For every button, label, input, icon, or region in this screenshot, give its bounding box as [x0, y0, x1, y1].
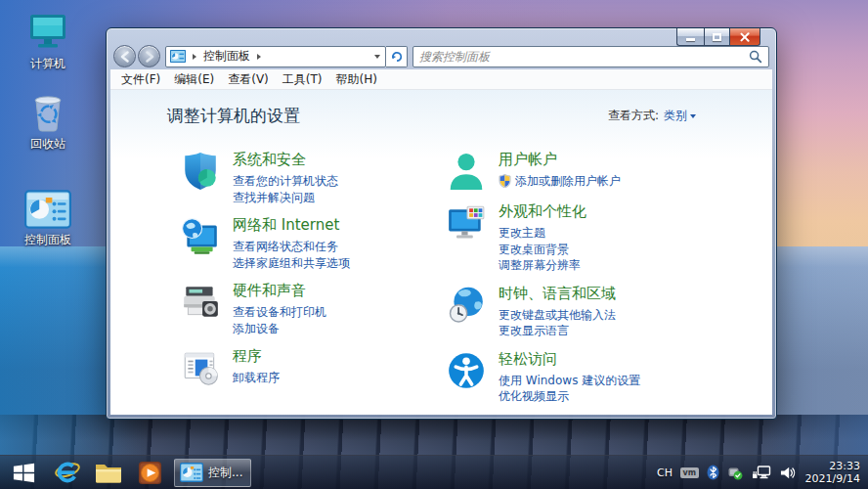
category-network-internet: 网络和 Internet 查看网络状态和任务 选择家庭组和共享选项 — [180, 216, 446, 271]
forward-button[interactable] — [138, 45, 160, 67]
view-by-dropdown[interactable]: 类别 — [664, 108, 696, 124]
tray-time: 23:33 — [805, 460, 860, 473]
network-icon[interactable] — [751, 465, 771, 481]
folder-icon — [94, 461, 123, 485]
desktop-icon-label: 控制面板 — [6, 232, 90, 248]
category-link[interactable]: 优化视频显示 — [499, 388, 640, 405]
control-panel-mini-icon — [180, 463, 203, 482]
chevron-down-icon — [690, 114, 696, 118]
address-bar[interactable]: 控制面板 — [165, 46, 386, 67]
computer-icon — [6, 8, 90, 53]
category-link[interactable]: 更改键盘或其他输入法 — [499, 307, 616, 324]
search-input[interactable] — [419, 50, 749, 64]
category-title[interactable]: 时钟、语言和区域 — [499, 285, 616, 303]
recycle-bin-icon — [6, 88, 90, 133]
system-tray: CH vm — [657, 460, 868, 486]
network-globe-icon[interactable] — [180, 216, 221, 257]
category-link[interactable]: 调整屏幕分辨率 — [499, 257, 586, 274]
control-panel-window: 控制面板 文件(F) — [106, 27, 777, 420]
media-player-icon — [137, 460, 163, 486]
address-dropdown-button[interactable] — [369, 55, 385, 59]
chevron-down-icon — [374, 55, 380, 59]
category-link[interactable]: 添加设备 — [233, 321, 326, 337]
shield-icon[interactable] — [180, 151, 221, 192]
category-title[interactable]: 外观和个性化 — [499, 202, 586, 221]
taskbar-active-task-control-panel[interactable]: 控制... — [174, 459, 251, 487]
tray-date: 2021/9/14 — [805, 472, 860, 486]
globe-clock-icon[interactable] — [446, 285, 487, 326]
user-icon[interactable] — [446, 151, 487, 192]
volume-icon[interactable] — [779, 466, 796, 480]
taskbar-clock[interactable]: 23:33 2021/9/14 — [805, 460, 860, 486]
vm-tray-icon[interactable]: vm — [680, 467, 699, 478]
category-programs: 程序 卸载程序 — [180, 347, 446, 388]
uac-shield-icon — [499, 174, 511, 188]
printer-speaker-icon[interactable] — [180, 282, 221, 323]
active-task-label: 控制... — [208, 465, 242, 481]
category-link[interactable]: 查看网络状态和任务 — [233, 239, 350, 255]
desktop-icon-recycle-bin[interactable]: 回收站 — [6, 88, 90, 153]
input-language-indicator[interactable]: CH — [657, 467, 673, 479]
control-panel-icon — [6, 184, 90, 229]
desktop-icon-control-panel[interactable]: 控制面板 — [6, 184, 90, 248]
bluetooth-icon[interactable] — [707, 465, 719, 480]
category-title[interactable]: 系统和安全 — [233, 151, 338, 169]
category-link[interactable]: 添加或删除用户帐户 — [515, 173, 621, 190]
category-link[interactable]: 更改显示语言 — [499, 323, 616, 339]
menu-edit[interactable]: 编辑(E) — [167, 69, 221, 90]
personalization-monitor-icon[interactable] — [446, 202, 487, 244]
breadcrumb-arrow-icon — [193, 54, 196, 60]
category-ease-of-access: 轻松访问 使用 Windows 建议的设置 优化视频显示 — [446, 350, 772, 405]
desktop-icon-label: 计算机 — [6, 56, 90, 72]
taskbar-ie-button[interactable] — [47, 456, 88, 489]
menu-tools[interactable]: 工具(T) — [276, 69, 329, 90]
search-icon[interactable] — [749, 50, 762, 64]
status-check-icon[interactable] — [727, 466, 743, 480]
category-link[interactable]: 使用 Windows 建议的设置 — [499, 373, 640, 389]
search-box — [412, 46, 769, 67]
category-title[interactable]: 程序 — [233, 347, 280, 366]
programs-disc-icon[interactable] — [180, 347, 221, 388]
category-clock-language-region: 时钟、语言和区域 更改键盘或其他输入法 更改显示语言 — [446, 285, 772, 339]
start-button[interactable] — [0, 456, 47, 489]
breadcrumb-arrow-icon — [257, 54, 261, 60]
menu-help[interactable]: 帮助(H) — [329, 69, 384, 90]
refresh-button[interactable] — [386, 46, 408, 67]
view-by: 查看方式: 类别 — [608, 108, 696, 124]
menu-view[interactable]: 查看(V) — [221, 69, 276, 90]
category-user-accounts: 用户帐户 — [446, 151, 772, 192]
taskbar-explorer-button[interactable] — [88, 456, 129, 489]
category-appearance-personalization: 外观和个性化 更改主题 更改桌面背景 调整屏幕分辨率 — [446, 202, 772, 274]
category-link[interactable]: 更改桌面背景 — [499, 242, 586, 258]
category-title[interactable]: 网络和 Internet — [233, 216, 350, 235]
category-title[interactable]: 轻松访问 — [499, 350, 640, 369]
internet-explorer-icon — [54, 459, 81, 486]
control-panel-mini-icon — [170, 50, 186, 63]
breadcrumb[interactable]: 控制面板 — [203, 48, 250, 65]
category-title[interactable]: 硬件和声音 — [233, 282, 326, 300]
windows-logo-icon — [12, 461, 36, 485]
back-button[interactable] — [113, 45, 136, 67]
category-link[interactable]: 更改主题 — [499, 225, 586, 242]
category-link[interactable]: 查看设备和打印机 — [233, 304, 326, 321]
taskbar: 控制... CH vm — [0, 455, 868, 489]
category-link[interactable]: 查看您的计算机状态 — [233, 173, 338, 190]
taskbar-media-player-button[interactable] — [129, 456, 170, 489]
navigation-bar: 控制面板 — [110, 43, 772, 69]
category-hardware-sound: 硬件和声音 查看设备和打印机 添加设备 — [180, 282, 446, 336]
desktop: 计算机 回收站 — [0, 0, 868, 489]
ease-of-access-icon[interactable] — [446, 350, 487, 391]
page-title: 调整计算机的设置 — [167, 105, 300, 127]
menu-bar: 文件(F) 编辑(E) 查看(V) 工具(T) 帮助(H) — [110, 69, 772, 90]
desktop-icon-computer[interactable]: 计算机 — [6, 8, 90, 72]
category-link[interactable]: 卸载程序 — [233, 370, 280, 386]
category-link[interactable]: 查找并解决问题 — [233, 190, 338, 206]
menu-file[interactable]: 文件(F) — [114, 69, 167, 90]
desktop-icon-label: 回收站 — [6, 136, 90, 153]
category-system-security: 系统和安全 查看您的计算机状态 查找并解决问题 — [180, 151, 446, 205]
category-link[interactable]: 选择家庭组和共享选项 — [233, 255, 350, 272]
view-by-label: 查看方式: — [608, 108, 659, 124]
control-panel-content: 调整计算机的设置 查看方式: 类别 — [110, 90, 772, 415]
category-title[interactable]: 用户帐户 — [499, 151, 621, 169]
